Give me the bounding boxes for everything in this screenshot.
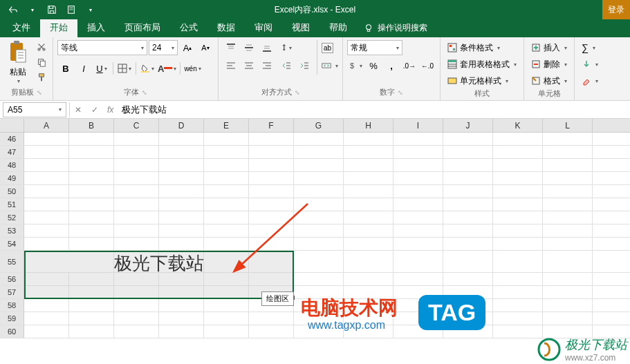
cell[interactable] bbox=[249, 224, 294, 237]
cell[interactable] bbox=[543, 146, 593, 158]
row-header[interactable]: 54 bbox=[0, 238, 24, 250]
column-header[interactable]: F bbox=[249, 119, 294, 132]
cell[interactable] bbox=[204, 299, 249, 312]
row-header[interactable]: 48 bbox=[0, 159, 24, 171]
cell[interactable] bbox=[114, 325, 159, 338]
cell[interactable] bbox=[294, 224, 344, 237]
cell[interactable] bbox=[543, 159, 593, 171]
cell[interactable] bbox=[24, 312, 69, 325]
row-header[interactable]: 58 bbox=[0, 299, 24, 312]
row-header[interactable]: 51 bbox=[0, 198, 24, 211]
cell[interactable] bbox=[443, 198, 493, 211]
cell[interactable] bbox=[159, 224, 204, 237]
go-back-button[interactable] bbox=[4, 2, 22, 17]
tab-insert[interactable]: 插入 bbox=[77, 18, 115, 37]
cell[interactable] bbox=[159, 286, 204, 298]
delete-cells-button[interactable]: 删除▾ bbox=[528, 57, 570, 72]
cell[interactable] bbox=[114, 251, 159, 272]
enter-formula-button[interactable]: ✓ bbox=[86, 102, 103, 117]
cell[interactable] bbox=[249, 325, 294, 338]
cell[interactable] bbox=[493, 238, 543, 250]
cell[interactable] bbox=[443, 133, 493, 145]
cell[interactable] bbox=[159, 185, 204, 198]
italic-button[interactable]: I bbox=[75, 61, 92, 76]
cell[interactable] bbox=[393, 273, 443, 285]
cell[interactable] bbox=[493, 325, 543, 338]
column-header[interactable]: K bbox=[493, 119, 543, 132]
cell[interactable] bbox=[543, 299, 593, 312]
cell[interactable] bbox=[159, 312, 204, 325]
cell[interactable] bbox=[69, 159, 114, 171]
cell[interactable] bbox=[493, 251, 543, 272]
borders-button[interactable]: ▾ bbox=[116, 61, 133, 76]
cell[interactable] bbox=[443, 273, 493, 285]
column-header[interactable]: J bbox=[443, 119, 493, 132]
fill-button[interactable]: ▾ bbox=[579, 57, 601, 72]
align-middle-button[interactable] bbox=[241, 40, 257, 55]
cell[interactable] bbox=[24, 172, 69, 184]
paste-button[interactable]: 粘贴 ▾ bbox=[4, 40, 32, 84]
increase-indent-button[interactable] bbox=[296, 58, 313, 73]
dialog-launcher-icon[interactable]: ⤡ bbox=[142, 89, 147, 96]
cell[interactable] bbox=[69, 198, 114, 211]
qa-more[interactable]: ▾ bbox=[82, 2, 100, 17]
cell[interactable] bbox=[24, 185, 69, 198]
select-all-corner[interactable] bbox=[0, 119, 24, 132]
row-header[interactable]: 57 bbox=[0, 286, 24, 298]
cell[interactable] bbox=[393, 159, 443, 171]
cell[interactable] bbox=[294, 185, 344, 198]
cell[interactable] bbox=[443, 172, 493, 184]
name-box[interactable]: A55▾ bbox=[3, 102, 66, 117]
cell[interactable] bbox=[294, 133, 344, 145]
row-header[interactable]: 46 bbox=[0, 133, 24, 145]
cell[interactable] bbox=[393, 146, 443, 158]
cell[interactable] bbox=[249, 211, 294, 224]
cell[interactable] bbox=[159, 211, 204, 224]
column-header[interactable]: G bbox=[294, 119, 344, 132]
cell[interactable] bbox=[204, 146, 249, 158]
cell[interactable] bbox=[543, 211, 593, 224]
cell[interactable] bbox=[344, 159, 393, 171]
cell[interactable] bbox=[69, 211, 114, 224]
increase-font-button[interactable]: A▴ bbox=[179, 40, 196, 55]
align-left-button[interactable] bbox=[223, 58, 239, 73]
cell[interactable] bbox=[294, 273, 344, 285]
cell[interactable] bbox=[294, 146, 344, 158]
cell[interactable] bbox=[159, 159, 204, 171]
cell[interactable] bbox=[543, 251, 593, 272]
cell[interactable] bbox=[114, 238, 159, 250]
formula-input[interactable] bbox=[118, 102, 630, 117]
cell[interactable] bbox=[493, 172, 543, 184]
tab-page-layout[interactable]: 页面布局 bbox=[115, 18, 170, 37]
conditional-format-button[interactable]: 条件格式▾ bbox=[445, 40, 519, 55]
cell[interactable] bbox=[204, 198, 249, 211]
dialog-launcher-icon[interactable]: ⤡ bbox=[295, 89, 300, 96]
cancel-formula-button[interactable]: ✕ bbox=[70, 102, 86, 117]
cell[interactable] bbox=[24, 299, 69, 312]
cell[interactable] bbox=[204, 133, 249, 145]
row-header[interactable]: 49 bbox=[0, 172, 24, 184]
underline-button[interactable]: U▾ bbox=[93, 61, 110, 76]
cell[interactable] bbox=[114, 273, 159, 285]
cell[interactable] bbox=[159, 325, 204, 338]
save-button[interactable] bbox=[43, 2, 61, 17]
wrap-text-button[interactable]: ab bbox=[322, 40, 338, 55]
row-header[interactable]: 60 bbox=[0, 325, 24, 338]
number-format-select[interactable]: 常规▾ bbox=[347, 40, 402, 55]
cell[interactable] bbox=[393, 211, 443, 224]
cell[interactable] bbox=[493, 159, 543, 171]
cell[interactable] bbox=[204, 238, 249, 250]
cell[interactable] bbox=[69, 299, 114, 312]
row-header[interactable]: 50 bbox=[0, 185, 24, 198]
go-back-more[interactable]: ▾ bbox=[24, 2, 41, 17]
cell[interactable] bbox=[543, 185, 593, 198]
cell[interactable] bbox=[393, 185, 443, 198]
cell[interactable] bbox=[543, 172, 593, 184]
cell[interactable] bbox=[204, 224, 249, 237]
tab-review[interactable]: 审阅 bbox=[245, 18, 282, 37]
cell[interactable] bbox=[249, 273, 294, 285]
row-header[interactable]: 52 bbox=[0, 211, 24, 224]
comma-button[interactable]: , bbox=[383, 58, 400, 73]
cell[interactable] bbox=[543, 133, 593, 145]
cell[interactable] bbox=[493, 286, 543, 298]
